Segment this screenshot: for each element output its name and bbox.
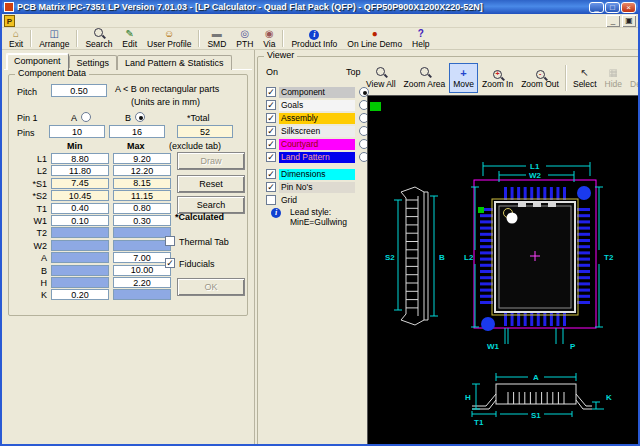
layer-row-component: ✓Component [266, 87, 376, 98]
pitch-input[interactable] [51, 84, 107, 97]
toolbar-button-arrange[interactable]: ◫Arrange [34, 28, 74, 49]
toolbar-button-smd[interactable]: ▬SMD [202, 28, 231, 49]
dim-label: A [17, 253, 47, 263]
viewer-group: Viewer On Top ✓Component✓Goals✓Assembly✓… [257, 56, 640, 446]
viewer-toolbar-button-delete[interactable]: ×Delete [626, 63, 640, 93]
toolbar-button-help[interactable]: ?Help [407, 28, 434, 49]
layer-checkbox-goals[interactable]: ✓ [266, 100, 276, 110]
L1-max-input[interactable] [113, 153, 171, 164]
pin1-label: Pin 1 [17, 113, 38, 123]
viewer-toolbar-button-move[interactable]: +Move [449, 63, 478, 93]
A-max-input[interactable] [113, 252, 171, 263]
toolbar-button-user-profile[interactable]: ☺User Profile [142, 28, 196, 49]
viewer-toolbar-button-hide[interactable]: ▦Hide [601, 63, 626, 93]
viewer-toolbar-button-select[interactable]: ↖Select [569, 63, 601, 93]
pin1-a-radio[interactable] [81, 112, 91, 122]
layer-checkbox-land-pattern[interactable]: ✓ [266, 152, 276, 162]
app-window: PCB Matrix IPC-7351 LP Version 7.01.03 -… [0, 0, 640, 446]
layer-row-courtyard: ✓Courtyard [266, 139, 376, 150]
L2-max-input[interactable] [113, 165, 171, 176]
W2-max-input[interactable] [113, 240, 171, 251]
layer-checkbox-dimensions[interactable]: ✓ [266, 169, 276, 179]
viewer-toolbar-button-zoom-in[interactable]: +Zoom In [478, 63, 517, 93]
toolbar-button-edit[interactable]: ✎Edit [117, 28, 142, 49]
layer-checkbox-silkscreen[interactable]: ✓ [266, 126, 276, 136]
layer-checkbox-assembly[interactable]: ✓ [266, 113, 276, 123]
W1-max-input[interactable] [113, 215, 171, 226]
toolbar-label-help: Help [412, 39, 429, 49]
ok-button[interactable]: OK [177, 278, 245, 296]
component-data-group: Component Data Pitch A < B on rectangula… [8, 74, 248, 316]
viewer-toolbar-label-select: Select [573, 79, 597, 89]
L1-min-input[interactable] [51, 153, 109, 164]
child-restore-button[interactable]: ▣ [622, 15, 636, 27]
toolbar-button-product-info[interactable]: iProduct Info [286, 28, 342, 49]
toolbar-button-exit[interactable]: ⌂Exit [4, 28, 28, 49]
toolbar-button-search[interactable]: Search [80, 28, 117, 49]
toolbar-button-pth[interactable]: ◎PTH [231, 28, 258, 49]
layer-checkbox-courtyard[interactable]: ✓ [266, 139, 276, 149]
toolbar-label-via: Via [263, 39, 275, 49]
close-button[interactable]: × [621, 2, 636, 13]
T1-min-input[interactable] [51, 203, 109, 214]
toolbar-button-on-line-demo[interactable]: ●On Line Demo [342, 28, 407, 49]
layer-checkbox-component[interactable]: ✓ [266, 87, 276, 97]
pins-a-input[interactable] [49, 125, 105, 138]
tab-component[interactable]: Component [6, 53, 69, 70]
fiducials-label: Fiducials [179, 259, 215, 269]
layer-label-land-pattern: Land Pattern [279, 152, 355, 163]
viewer-toolbar: View AllZoom Area+Move+Zoom In-Zoom Out↖… [362, 63, 640, 93]
toolbar-button-via[interactable]: ◉Via [258, 28, 280, 49]
S1-min-input[interactable] [51, 178, 109, 189]
total-input[interactable] [177, 125, 233, 138]
dim-label-w1: W1 [487, 342, 500, 351]
T2-max-input[interactable] [113, 227, 171, 238]
qfp-canvas[interactable]: S2 B L1 W2 [367, 95, 640, 446]
B-max-input[interactable] [113, 265, 171, 276]
viewer-toolbar-button-zoom-out[interactable]: -Zoom Out [517, 63, 563, 93]
W1-min-input[interactable] [51, 215, 109, 226]
fiducial-bottom-left [481, 317, 495, 331]
pins-b-input[interactable] [109, 125, 165, 138]
T2-min-input[interactable] [51, 227, 109, 238]
pin1-b-radio[interactable] [135, 112, 145, 122]
dim-label: W2 [17, 241, 47, 251]
fiducials-checkbox[interactable]: ✓ [165, 258, 175, 268]
layer-checkbox-grid[interactable] [266, 195, 276, 205]
lp-document-icon[interactable]: P [4, 15, 15, 27]
L2-min-input[interactable] [51, 165, 109, 176]
thermal-tab-checkbox[interactable] [165, 236, 175, 246]
toolbar-label-pth: PTH [236, 39, 253, 49]
reset-button[interactable]: Reset [177, 175, 245, 193]
toolbar-separator [30, 30, 32, 47]
smd-icon: ▬ [212, 28, 222, 39]
A-min-input[interactable] [51, 252, 109, 263]
maximize-button[interactable]: □ [605, 2, 620, 13]
min-column-header: Min [67, 141, 83, 151]
K-max-input[interactable] [113, 289, 171, 300]
user-profile-icon: ☺ [164, 28, 174, 39]
dim-label: K [17, 290, 47, 300]
B-min-input[interactable] [51, 265, 109, 276]
layer-label-pin-nos: Pin No's [279, 182, 355, 193]
minimize-button[interactable]: _ [589, 2, 604, 13]
H-min-input[interactable] [51, 277, 109, 288]
S2-min-input[interactable] [51, 190, 109, 201]
S1-max-input[interactable] [113, 178, 171, 189]
S2-max-input[interactable] [113, 190, 171, 201]
child-minimize-button[interactable]: _ [606, 15, 620, 27]
K-min-input[interactable] [51, 289, 109, 300]
H-max-input[interactable] [113, 277, 171, 288]
tab-strip: Component Settings Land Pattern & Statis… [6, 53, 252, 70]
W2-min-input[interactable] [51, 240, 109, 251]
layer-row-pin-nos: ✓Pin No's [266, 182, 376, 193]
T1-max-input[interactable] [113, 203, 171, 214]
viewer-toolbar-button-view-all[interactable]: View All [362, 63, 400, 93]
viewer-toolbar-label-zoom-in: Zoom In [482, 79, 513, 89]
toolbar-label-on-line-demo: On Line Demo [347, 39, 402, 49]
draw-button[interactable]: Draw [177, 152, 245, 170]
layer-checkbox-pin-nos[interactable]: ✓ [266, 182, 276, 192]
tab-land-pattern-statistics[interactable]: Land Pattern & Statistics [117, 55, 232, 70]
viewer-toolbar-button-zoom-area[interactable]: Zoom Area [400, 63, 450, 93]
dim-label-t1: T1 [474, 418, 484, 427]
